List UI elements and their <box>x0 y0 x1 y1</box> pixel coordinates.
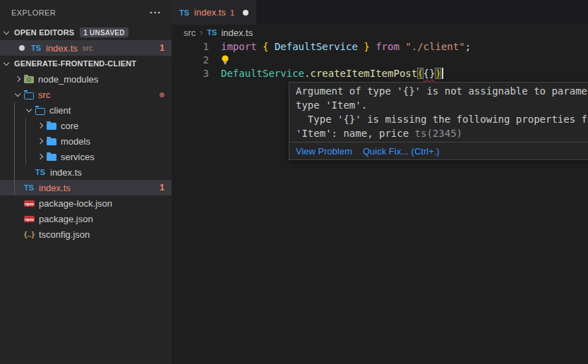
folder-icon <box>47 138 56 145</box>
open-editor-file-description: src <box>83 44 93 52</box>
tree-item-client[interactable]: client <box>0 102 172 118</box>
node-modules-folder-icon <box>24 76 34 83</box>
tree-item-label: package.json <box>39 214 93 224</box>
code-token: ) <box>435 68 440 79</box>
problems-dot-icon <box>160 92 164 97</box>
error-message-line: Type '{}' is missing the following prope… <box>296 112 588 126</box>
line-content <box>209 54 229 67</box>
tree-item-label: src <box>38 90 50 100</box>
line-number: 3 <box>172 67 209 80</box>
typescript-file-icon: TS <box>31 44 43 52</box>
project-section-header[interactable]: GENERATE-FRONTEND-CLIENT <box>0 56 172 71</box>
line-content: import { DefaultService } from "./client… <box>209 40 471 54</box>
typescript-file-icon: TS <box>35 168 47 176</box>
npm-file-icon: npm <box>24 200 35 207</box>
chevron-down-icon[interactable] <box>1 25 13 40</box>
code-line-1[interactable]: 1import { DefaultService } from "./clien… <box>172 40 588 54</box>
error-text-segment: 'Item': name, price <box>296 128 415 139</box>
code-line-3[interactable]: 3DefaultService.createItemItemPost({}) <box>172 67 588 80</box>
breadcrumb-separator-icon: › <box>200 28 203 37</box>
error-message-line: Argument of type '{}' is not assignable … <box>296 84 588 98</box>
editor-group: TS index.ts 1 src › TS index.ts 1import … <box>172 0 588 364</box>
code-token: from <box>370 41 406 52</box>
tree-item-node_modules[interactable]: node_modules <box>0 71 172 87</box>
view-problem-link[interactable]: View Problem <box>296 146 352 157</box>
tree-item-package-lock.json[interactable]: npmpackage-lock.json <box>0 195 172 211</box>
code-token: {} <box>424 68 436 79</box>
folder-open-icon <box>35 108 45 115</box>
code-token: ; <box>465 41 471 52</box>
line-number: 2 <box>172 54 209 67</box>
typescript-file-icon: TS <box>207 28 217 37</box>
typescript-file-icon: TS <box>179 8 189 17</box>
error-code-ref: ts(2345) <box>415 128 462 139</box>
open-editor-item-index-ts[interactable]: TS index.ts src 1 <box>0 40 172 56</box>
tree-item-label: node_modules <box>38 74 98 85</box>
tree-item-label: models <box>61 136 90 147</box>
quick-fix-link[interactable]: Quick Fix... (Ctrl+.) <box>363 146 440 157</box>
typescript-file-icon: TS <box>24 183 36 192</box>
code-token: "./client" <box>405 41 464 52</box>
lightbulb-icon[interactable] <box>221 54 229 66</box>
error-text-segment: Argument of type '{}' is not assignable … <box>296 85 588 97</box>
modified-dot-icon[interactable] <box>19 45 25 51</box>
folder-open-icon <box>24 92 34 99</box>
folder-icon <box>47 123 56 130</box>
error-count-badge: 1 <box>160 183 164 193</box>
open-editors-section-header[interactable]: OPEN EDITORS 1 UNSAVED <box>0 25 172 40</box>
code-token: import <box>221 41 263 52</box>
code-token: DefaultService <box>275 41 358 52</box>
chevron-right-icon[interactable] <box>35 149 47 164</box>
unsaved-count-badge: 1 UNSAVED <box>80 28 128 37</box>
tab-index-ts[interactable]: TS index.ts 1 <box>172 0 256 25</box>
breadcrumb-folder[interactable]: src <box>184 28 196 38</box>
tab-bar: TS index.ts 1 <box>172 0 588 25</box>
line-content: DefaultService.createItemItemPost({}) <box>209 67 443 80</box>
code-line-2[interactable]: 2 <box>172 54 588 67</box>
tree-item-label: tsconfig.json <box>39 229 90 240</box>
line-number: 1 <box>172 40 209 54</box>
chevron-down-icon[interactable] <box>13 87 24 102</box>
error-text-segment: type 'Item'. <box>296 99 367 111</box>
chevron-right-icon[interactable] <box>13 71 24 87</box>
explorer-title: EXPLORER <box>11 8 56 17</box>
explorer-header: EXPLORER ··· <box>0 0 172 25</box>
breadcrumb-file[interactable]: index.ts <box>221 28 253 38</box>
error-text-segment: Type '{}' is missing the following prope… <box>296 114 588 125</box>
explorer-sidebar: EXPLORER ··· OPEN EDITORS 1 UNSAVED TS i… <box>0 0 172 364</box>
chevron-right-icon[interactable] <box>35 118 47 133</box>
error-count-badge: 1 <box>160 43 164 53</box>
tree-item-label: core <box>61 121 78 131</box>
vscode-window: EXPLORER ··· OPEN EDITORS 1 UNSAVED TS i… <box>0 0 588 364</box>
error-message: Argument of type '{}' is not assignable … <box>289 83 588 142</box>
chevron-down-icon[interactable] <box>1 56 13 71</box>
tree-item-index.ts[interactable]: TSindex.ts <box>0 164 172 180</box>
tree-item-src[interactable]: src <box>0 87 172 102</box>
tree-item-label: index.ts <box>50 167 82 178</box>
tree-item-label: package-lock.json <box>39 198 112 209</box>
open-editor-file-name: index.ts <box>46 43 78 54</box>
indent-guide <box>14 102 15 195</box>
open-editors-label: OPEN EDITORS <box>14 28 74 37</box>
tab-error-count: 1 <box>230 8 234 17</box>
folder-icon <box>47 154 56 161</box>
hover-actions: View Problem Quick Fix... (Ctrl+.) <box>289 142 588 159</box>
chevron-right-icon[interactable] <box>35 133 47 149</box>
error-hover-tooltip: Argument of type '{}' is not assignable … <box>289 82 588 160</box>
chevron-down-icon[interactable] <box>24 102 35 118</box>
unsaved-dot-icon[interactable] <box>243 10 248 16</box>
error-message-line: type 'Item'. <box>296 98 588 112</box>
json-config-file-icon: {..} <box>24 230 36 238</box>
tree-item-package.json[interactable]: npmpackage.json <box>0 211 172 226</box>
indent-guide <box>25 118 26 164</box>
code-token: { <box>263 41 275 52</box>
tree-item-label: client <box>49 105 71 116</box>
tree-item-label: services <box>61 152 95 162</box>
views-and-more-actions-icon[interactable]: ··· <box>150 7 162 18</box>
project-root-label: GENERATE-FRONTEND-CLIENT <box>14 59 136 68</box>
code-area[interactable]: 1import { DefaultService } from "./clien… <box>172 40 588 80</box>
tree-item-index.ts[interactable]: TSindex.ts1 <box>0 180 172 195</box>
tree-item-tsconfig.json[interactable]: {..}tsconfig.json <box>0 226 172 242</box>
tree-item-label: index.ts <box>39 183 71 193</box>
code-token: createItemItemPost <box>310 68 417 79</box>
